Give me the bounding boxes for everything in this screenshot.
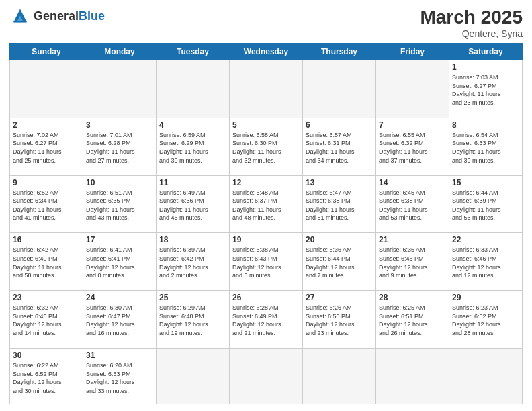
subtitle: Qentere, Syria <box>420 28 523 39</box>
day-number: 20 <box>306 235 373 244</box>
calendar-cell: 19Sunrise: 6:38 AM Sunset: 6:43 PM Dayli… <box>230 233 303 291</box>
weekday-header-saturday: Saturday <box>449 44 523 60</box>
day-number: 31 <box>86 351 153 360</box>
day-number: 13 <box>306 178 373 187</box>
day-info: Sunrise: 6:42 AM Sunset: 6:40 PM Dayligh… <box>13 246 80 279</box>
day-number: 14 <box>379 178 446 187</box>
day-info: Sunrise: 6:51 AM Sunset: 6:35 PM Dayligh… <box>86 189 153 222</box>
day-info: Sunrise: 6:58 AM Sunset: 6:30 PM Dayligh… <box>232 131 300 165</box>
calendar-table: SundayMondayTuesdayWednesdayThursdayFrid… <box>9 43 523 404</box>
day-number: 22 <box>452 235 519 244</box>
day-number: 30 <box>13 351 80 360</box>
calendar-cell: 7Sunrise: 6:55 AM Sunset: 6:32 PM Daylig… <box>376 118 449 175</box>
weekday-header-thursday: Thursday <box>303 44 376 60</box>
calendar-cell: 12Sunrise: 6:48 AM Sunset: 6:37 PM Dayli… <box>230 175 303 233</box>
calendar-cell <box>10 60 83 118</box>
weekday-header-tuesday: Tuesday <box>157 44 230 60</box>
day-info: Sunrise: 6:55 AM Sunset: 6:32 PM Dayligh… <box>379 131 446 165</box>
calendar-cell: 28Sunrise: 6:25 AM Sunset: 6:51 PM Dayli… <box>376 291 449 349</box>
calendar-cell: 2Sunrise: 7:02 AM Sunset: 6:27 PM Daylig… <box>10 118 83 175</box>
logo-general: General <box>34 9 79 23</box>
day-info: Sunrise: 6:44 AM Sunset: 6:39 PM Dayligh… <box>452 189 519 222</box>
day-info: Sunrise: 6:38 AM Sunset: 6:43 PM Dayligh… <box>232 246 300 279</box>
day-info: Sunrise: 7:03 AM Sunset: 6:27 PM Dayligh… <box>452 73 519 107</box>
day-number: 7 <box>379 120 446 130</box>
calendar-cell: 5Sunrise: 6:58 AM Sunset: 6:30 PM Daylig… <box>230 118 303 175</box>
calendar-cell: 31Sunrise: 6:20 AM Sunset: 6:53 PM Dayli… <box>83 349 157 404</box>
day-info: Sunrise: 6:33 AM Sunset: 6:46 PM Dayligh… <box>452 246 519 279</box>
day-info: Sunrise: 6:29 AM Sunset: 6:48 PM Dayligh… <box>159 304 226 337</box>
calendar-cell <box>83 60 157 118</box>
calendar-cell: 29Sunrise: 6:23 AM Sunset: 6:52 PM Dayli… <box>449 291 523 349</box>
logo-blue: Blue <box>79 9 105 23</box>
day-number: 18 <box>159 235 226 244</box>
calendar-cell <box>376 349 449 404</box>
day-number: 25 <box>159 293 226 302</box>
day-info: Sunrise: 6:45 AM Sunset: 6:38 PM Dayligh… <box>379 189 446 222</box>
day-info: Sunrise: 6:25 AM Sunset: 6:51 PM Dayligh… <box>379 304 446 337</box>
day-number: 27 <box>306 293 373 302</box>
weekday-header-monday: Monday <box>83 44 157 60</box>
calendar-cell: 21Sunrise: 6:35 AM Sunset: 6:45 PM Dayli… <box>376 233 449 291</box>
day-number: 6 <box>306 120 373 130</box>
day-info: Sunrise: 6:57 AM Sunset: 6:31 PM Dayligh… <box>306 131 373 165</box>
calendar-cell: 1Sunrise: 7:03 AM Sunset: 6:27 PM Daylig… <box>449 60 523 118</box>
calendar-cell: 9Sunrise: 6:52 AM Sunset: 6:34 PM Daylig… <box>10 175 83 233</box>
day-info: Sunrise: 6:39 AM Sunset: 6:42 PM Dayligh… <box>159 246 226 279</box>
calendar-cell: 17Sunrise: 6:41 AM Sunset: 6:41 PM Dayli… <box>83 233 157 291</box>
day-info: Sunrise: 6:22 AM Sunset: 6:52 PM Dayligh… <box>13 361 80 395</box>
calendar-cell <box>303 349 376 404</box>
day-info: Sunrise: 6:23 AM Sunset: 6:52 PM Dayligh… <box>452 304 519 337</box>
day-info: Sunrise: 6:20 AM Sunset: 6:53 PM Dayligh… <box>86 361 153 395</box>
calendar-cell: 6Sunrise: 6:57 AM Sunset: 6:31 PM Daylig… <box>303 118 376 175</box>
header: GeneralBlue March 2025 Qentere, Syria <box>9 7 523 39</box>
calendar-cell: 23Sunrise: 6:32 AM Sunset: 6:46 PM Dayli… <box>10 291 83 349</box>
calendar-cell: 20Sunrise: 6:36 AM Sunset: 6:44 PM Dayli… <box>303 233 376 291</box>
day-number: 5 <box>232 120 300 130</box>
day-number: 24 <box>86 293 153 302</box>
calendar-cell: 8Sunrise: 6:54 AM Sunset: 6:33 PM Daylig… <box>449 118 523 175</box>
day-number: 15 <box>452 178 519 187</box>
calendar-cell: 16Sunrise: 6:42 AM Sunset: 6:40 PM Dayli… <box>10 233 83 291</box>
svg-rect-2 <box>13 21 26 22</box>
day-number: 2 <box>13 120 80 130</box>
logo-icon <box>9 7 31 26</box>
calendar-cell: 30Sunrise: 6:22 AM Sunset: 6:52 PM Dayli… <box>10 349 83 404</box>
calendar-cell: 13Sunrise: 6:47 AM Sunset: 6:38 PM Dayli… <box>303 175 376 233</box>
calendar-cell: 18Sunrise: 6:39 AM Sunset: 6:42 PM Dayli… <box>157 233 230 291</box>
day-info: Sunrise: 6:49 AM Sunset: 6:36 PM Dayligh… <box>159 189 226 222</box>
weekday-header-friday: Friday <box>376 44 449 60</box>
calendar-cell: 22Sunrise: 6:33 AM Sunset: 6:46 PM Dayli… <box>449 233 523 291</box>
calendar-cell: 25Sunrise: 6:29 AM Sunset: 6:48 PM Dayli… <box>157 291 230 349</box>
main-title: March 2025 <box>420 7 523 28</box>
week-row-2: 9Sunrise: 6:52 AM Sunset: 6:34 PM Daylig… <box>10 175 523 233</box>
day-number: 21 <box>379 235 446 244</box>
calendar-cell <box>230 60 303 118</box>
calendar-cell: 15Sunrise: 6:44 AM Sunset: 6:39 PM Dayli… <box>449 175 523 233</box>
day-number: 3 <box>86 120 153 130</box>
day-number: 17 <box>86 235 153 244</box>
day-number: 16 <box>13 235 80 244</box>
day-info: Sunrise: 6:30 AM Sunset: 6:47 PM Dayligh… <box>86 304 153 337</box>
calendar-cell <box>303 60 376 118</box>
day-info: Sunrise: 7:02 AM Sunset: 6:27 PM Dayligh… <box>13 131 80 165</box>
calendar-cell: 27Sunrise: 6:26 AM Sunset: 6:50 PM Dayli… <box>303 291 376 349</box>
logo: GeneralBlue <box>9 7 105 26</box>
week-row-4: 23Sunrise: 6:32 AM Sunset: 6:46 PM Dayli… <box>10 291 523 349</box>
calendar-cell: 14Sunrise: 6:45 AM Sunset: 6:38 PM Dayli… <box>376 175 449 233</box>
weekday-header-wednesday: Wednesday <box>230 44 303 60</box>
day-number: 28 <box>379 293 446 302</box>
day-number: 23 <box>13 293 80 302</box>
day-info: Sunrise: 6:26 AM Sunset: 6:50 PM Dayligh… <box>306 304 373 337</box>
calendar-cell: 11Sunrise: 6:49 AM Sunset: 6:36 PM Dayli… <box>157 175 230 233</box>
day-info: Sunrise: 6:35 AM Sunset: 6:45 PM Dayligh… <box>379 246 446 279</box>
week-row-1: 2Sunrise: 7:02 AM Sunset: 6:27 PM Daylig… <box>10 118 523 175</box>
calendar-cell: 4Sunrise: 6:59 AM Sunset: 6:29 PM Daylig… <box>157 118 230 175</box>
day-info: Sunrise: 6:28 AM Sunset: 6:49 PM Dayligh… <box>232 304 300 337</box>
week-row-5: 30Sunrise: 6:22 AM Sunset: 6:52 PM Dayli… <box>10 349 523 404</box>
day-info: Sunrise: 6:59 AM Sunset: 6:29 PM Dayligh… <box>159 131 226 165</box>
day-info: Sunrise: 6:41 AM Sunset: 6:41 PM Dayligh… <box>86 246 153 279</box>
day-number: 26 <box>232 293 300 302</box>
day-info: Sunrise: 6:48 AM Sunset: 6:37 PM Dayligh… <box>232 189 300 222</box>
day-number: 8 <box>452 120 519 130</box>
